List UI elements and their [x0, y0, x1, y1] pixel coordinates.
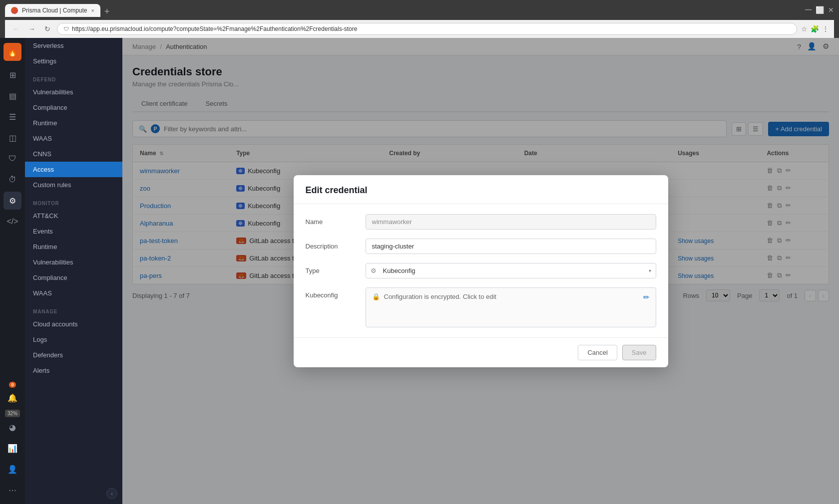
sidebar-item-custom-rules[interactable]: Custom rules [25, 177, 122, 193]
modal-title: Edit credential [306, 185, 656, 196]
browser-nav: ← → ↻ 🛡 https://app.eu.prismacloud.io/co… [5, 20, 834, 38]
monitor-section-label: MONITOR [25, 193, 122, 208]
grid-icon[interactable]: ◫ [3, 129, 21, 147]
name-label: Name [306, 214, 356, 226]
brand-icon[interactable]: 🔥 [3, 43, 21, 61]
notification-area: 0 🔔 [3, 382, 21, 407]
tab-close-button[interactable]: × [91, 7, 94, 13]
runtime-label: Runtime [33, 119, 57, 127]
progress-badge: 32% [5, 410, 20, 417]
tab-favicon [11, 7, 18, 14]
defenders-label: Defenders [33, 351, 63, 359]
sidebar-item-cloud-accounts[interactable]: Cloud accounts [25, 316, 122, 332]
type-select-icon: ⚙ [371, 267, 377, 274]
edit-credential-modal: Edit credential Name Description [294, 175, 668, 367]
access-label: Access [33, 166, 54, 173]
reload-button[interactable]: ↻ [42, 24, 53, 34]
active-tab[interactable]: Prisma Cloud | Compute × [5, 4, 100, 17]
extensions-button[interactable]: 🧩 [811, 25, 819, 33]
select-chevron-icon: ▾ [649, 268, 651, 273]
url-bar[interactable]: 🛡 https://app.eu.prismacloud.io/compute?… [57, 23, 797, 35]
rail-bottom: 0 🔔 32% ◕ 📊 👤 ⋯ [3, 382, 21, 499]
cancel-button[interactable]: Cancel [578, 345, 617, 360]
dots-icon[interactable]: ⋯ [3, 481, 21, 499]
alerts-label: Alerts [33, 367, 49, 374]
description-input[interactable] [366, 239, 656, 254]
shield-icon[interactable]: 🛡 [3, 150, 21, 168]
code-icon[interactable]: </> [3, 213, 21, 231]
notification-badge: 0 [9, 382, 15, 388]
sidebar-item-alerts[interactable]: Alerts [25, 363, 122, 378]
waas-label: WAAS [33, 135, 52, 142]
form-row-kubeconfig: Kubeconfig 🔒 Configuration is encrypted.… [306, 287, 656, 327]
sidebar-item-events[interactable]: Events [25, 224, 122, 239]
new-tab-button[interactable]: + [101, 6, 113, 17]
save-button[interactable]: Save [622, 345, 656, 360]
security-icon: 🛡 [63, 26, 69, 32]
list-icon[interactable]: ☰ [3, 108, 21, 126]
home-icon[interactable]: ⊞ [3, 66, 21, 84]
close-window-button[interactable]: ✕ [828, 6, 834, 14]
modal-header: Edit credential [294, 175, 668, 204]
cloud-accounts-label: Cloud accounts [33, 320, 78, 328]
sidebar-item-settings[interactable]: Settings [25, 53, 122, 69]
sidebar-item-defenders[interactable]: Defenders [25, 347, 122, 363]
app: 🔥 ⊞ ▤ ☰ ◫ 🛡 ⏱ ⚙ </> 0 🔔 32% ◕ 📊 👤 ⋯ Serv… [0, 38, 839, 504]
sidebar-item-logs[interactable]: Logs [25, 332, 122, 347]
description-label: Description [306, 239, 356, 250]
url-text: https://app.eu.prismacloud.io/compute?co… [72, 25, 791, 32]
sidebar-item-attck[interactable]: ATT&CK [25, 208, 122, 224]
kubeconfig-content: 🔒 Configuration is encrypted. Click to e… [372, 293, 496, 300]
sidebar-item-runtime-defend[interactable]: Runtime [25, 115, 122, 131]
type-label: Type [306, 263, 356, 274]
compliance-label: Compliance [33, 104, 67, 111]
cnns-label: CNNS [33, 150, 51, 158]
waas-monitor-label: WAAS [33, 289, 52, 297]
sidebar-item-vulnerabilities-monitor[interactable]: Vulnerabilities [25, 254, 122, 270]
kubeconfig-edit-button[interactable]: ✏ [643, 293, 650, 302]
clock-icon[interactable]: ⏱ [3, 171, 21, 189]
sidebar-item-vulnerabilities-defend[interactable]: Vulnerabilities [25, 84, 122, 100]
browser-menu-button[interactable]: ⋮ [822, 25, 829, 33]
progress-icon[interactable]: ◕ [3, 418, 21, 436]
logs-label: Logs [33, 336, 47, 343]
sidebar-item-access[interactable]: Access [25, 162, 122, 177]
bookmark-button[interactable]: ☆ [801, 25, 808, 33]
alert-icon[interactable]: 🔔 [3, 389, 21, 407]
runtime-monitor-label: Runtime [33, 243, 57, 251]
back-button[interactable]: ← [10, 24, 22, 34]
sidebar: Serverless Settings DEFEND Vulnerabiliti… [25, 38, 122, 504]
sidebar-item-compliance-defend[interactable]: Compliance [25, 100, 122, 115]
name-input[interactable] [366, 214, 656, 230]
serverless-label: Serverless [33, 42, 63, 49]
chart-icon[interactable]: 📊 [3, 439, 21, 457]
sidebar-collapse-button[interactable]: ‹ [106, 488, 117, 499]
manage-section-label: MANAGE [25, 301, 122, 316]
type-select[interactable]: Kubeconfig GitLab access token AWS [366, 263, 656, 278]
browser-tabs: Prisma Cloud | Compute × + ─ ⬜ ✕ [5, 4, 834, 17]
custom-rules-label: Custom rules [33, 181, 71, 189]
form-row-type: Type ⚙ Kubeconfig GitLab access token AW… [306, 263, 656, 278]
layers-icon[interactable]: ▤ [3, 87, 21, 105]
tab-label: Prisma Cloud | Compute [22, 7, 87, 14]
attck-label: ATT&CK [33, 212, 58, 220]
vuln-monitor-label: Vulnerabilities [33, 258, 73, 266]
user-expand-icon[interactable]: 👤 [3, 460, 21, 478]
form-row-description: Description [306, 239, 656, 254]
settings-icon[interactable]: ⚙ [3, 192, 21, 210]
modal-footer: Cancel Save [294, 337, 668, 367]
modal-body: Name Description Type ⚙ [294, 204, 668, 337]
compliance-monitor-label: Compliance [33, 274, 67, 281]
defend-section-label: DEFEND [25, 69, 122, 84]
maximize-button[interactable]: ⬜ [816, 6, 824, 14]
sidebar-item-waas-monitor[interactable]: WAAS [25, 285, 122, 301]
sidebar-item-waas-defend[interactable]: WAAS [25, 131, 122, 146]
sidebar-item-runtime-monitor[interactable]: Runtime [25, 239, 122, 254]
minimize-button[interactable]: ─ [805, 4, 812, 15]
sidebar-item-serverless[interactable]: Serverless [25, 38, 122, 53]
lock-icon: 🔒 [372, 293, 380, 300]
sidebar-item-compliance-monitor[interactable]: Compliance [25, 270, 122, 285]
sidebar-item-cnns[interactable]: CNNS [25, 146, 122, 162]
kubeconfig-text: Configuration is encrypted. Click to edi… [384, 293, 496, 300]
forward-button[interactable]: → [26, 24, 38, 34]
